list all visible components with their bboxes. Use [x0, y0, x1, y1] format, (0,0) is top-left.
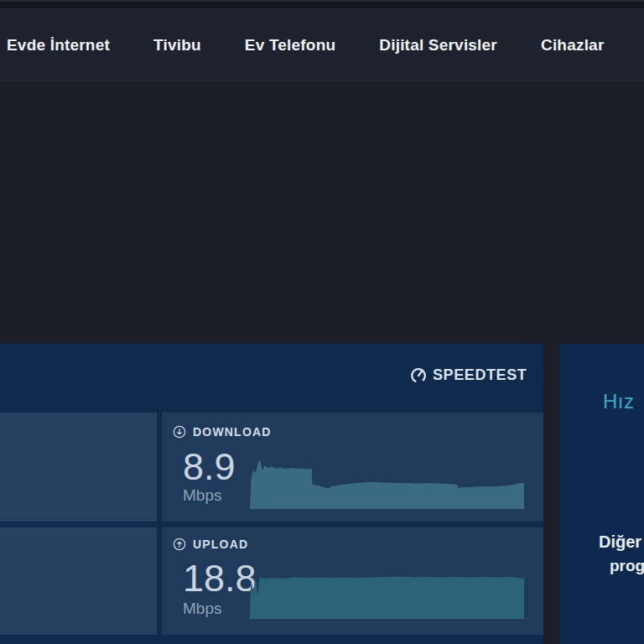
- speedtest-panel: SPEEDTEST DOWNLOAD 8.9 Mbps: [0, 344, 543, 644]
- upload-label: UPLOAD: [193, 538, 248, 551]
- promo-panel: Hız Diğer prog: [559, 344, 644, 644]
- download-graph: [250, 457, 524, 509]
- upload-label-row: UPLOAD: [173, 538, 248, 551]
- nav-item-evde-internet[interactable]: Evde İnternet: [7, 36, 110, 55]
- download-label-row: DOWNLOAD: [173, 425, 272, 439]
- speedtest-gauge-icon: [409, 366, 428, 384]
- page: Evde İnternet Tivibu Ev Telefonu Dijital…: [0, 0, 644, 644]
- nav-item-tivibu[interactable]: Tivibu: [153, 36, 201, 55]
- upload-unit: Mbps: [183, 600, 221, 618]
- nav-item-dijital-servisler[interactable]: Dijital Servisler: [379, 36, 497, 55]
- download-unit: Mbps: [183, 486, 221, 505]
- top-strip: [0, 0, 644, 9]
- download-label: DOWNLOAD: [193, 425, 272, 439]
- nav-item-cihazlar[interactable]: Cihazlar: [541, 36, 605, 55]
- upload-panel: UPLOAD 18.8 Mbps: [162, 527, 543, 635]
- download-circle-icon: [173, 425, 186, 439]
- promo-text-line2: prog: [610, 557, 644, 575]
- main-nav: Evde İnternet Tivibu Ev Telefonu Dijital…: [0, 9, 644, 81]
- download-value: 8.9: [183, 448, 236, 486]
- upload-graph: [250, 575, 524, 619]
- speedtest-brand-label: SPEEDTEST: [433, 366, 527, 384]
- nav-item-ev-telefonu[interactable]: Ev Telefonu: [245, 36, 335, 55]
- upload-circle-icon: [173, 538, 186, 551]
- result-panel-left-top: [0, 413, 157, 522]
- promo-heading: Hız: [603, 390, 635, 413]
- upload-value: 18.8: [183, 559, 257, 597]
- speedtest-brand[interactable]: SPEEDTEST: [409, 366, 527, 384]
- download-panel: DOWNLOAD 8.9 Mbps: [162, 413, 543, 522]
- result-panel-left-bottom: [0, 527, 157, 635]
- promo-text-line1: Diğer: [599, 532, 641, 552]
